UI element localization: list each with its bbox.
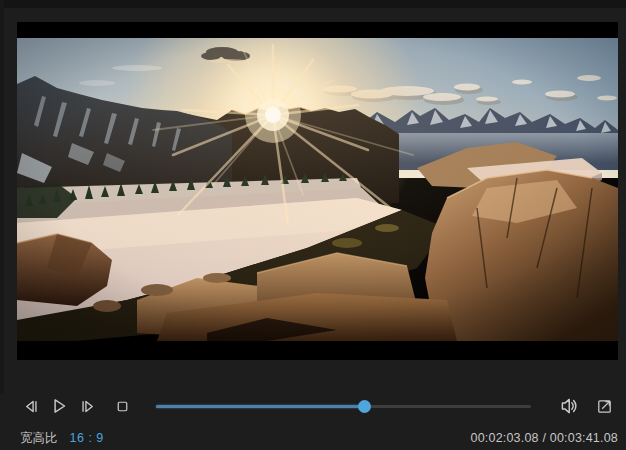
- aspect-ratio-group: 宽高比 16 : 9: [20, 430, 104, 447]
- aspect-ratio-label: 宽高比: [20, 430, 58, 447]
- video-scene-mountain-sunset: [17, 38, 618, 341]
- time-display: 00:02:03.08 / 00:03:41.08: [471, 431, 619, 445]
- next-frame-button[interactable]: [74, 393, 100, 419]
- seek-thumb[interactable]: [358, 400, 371, 413]
- transport-controls: [17, 389, 618, 423]
- step-forward-icon: [78, 397, 97, 416]
- status-bar: 宽高比 16 : 9 00:02:03.08 / 00:03:41.08: [17, 429, 618, 447]
- seek-slider[interactable]: [156, 399, 531, 413]
- stop-button[interactable]: [109, 393, 135, 419]
- volume-button[interactable]: [556, 393, 582, 419]
- previous-frame-button[interactable]: [18, 393, 44, 419]
- stop-icon: [114, 398, 131, 415]
- step-backward-icon: [22, 397, 41, 416]
- fullscreen-expand-icon: [595, 397, 614, 416]
- seek-fill: [156, 405, 365, 408]
- speaker-icon: [558, 395, 580, 417]
- seek-track[interactable]: [156, 405, 531, 408]
- video-display[interactable]: [17, 22, 618, 360]
- window-left-edge: [0, 0, 4, 394]
- window-top-edge: [0, 0, 626, 8]
- play-icon: [49, 396, 69, 416]
- play-button[interactable]: [46, 393, 72, 419]
- fullscreen-button[interactable]: [591, 393, 617, 419]
- aspect-ratio-value: 16 : 9: [70, 431, 104, 445]
